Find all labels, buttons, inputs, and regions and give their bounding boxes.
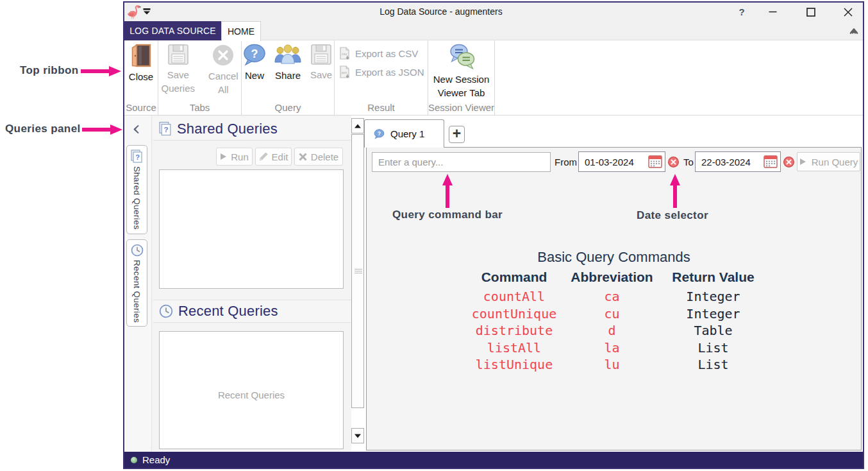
- recent-queries-title: Recent Queries: [178, 303, 278, 320]
- delete-button[interactable]: Delete: [294, 148, 343, 166]
- save-queries-button[interactable]: Save Queries: [158, 44, 197, 96]
- run-query-play-icon: [799, 158, 806, 166]
- annotation-arrow-command-bar: [442, 174, 453, 208]
- edit-button[interactable]: Edit: [255, 148, 292, 166]
- run-button[interactable]: Run: [216, 148, 253, 166]
- shared-queries-list[interactable]: [159, 169, 344, 289]
- column-header: Command: [463, 270, 565, 288]
- button-label: Run: [231, 151, 249, 162]
- table-cell: cu: [565, 305, 658, 323]
- queries-panel: ? Shared Queries Run: [151, 116, 351, 451]
- close-source-button[interactable]: Close: [126, 44, 156, 83]
- table-cell: listUnique: [463, 356, 565, 373]
- edit-pencil-icon: [259, 152, 268, 161]
- query-tab-balloon-icon: ?: [374, 129, 385, 139]
- save-query-button[interactable]: Save: [308, 44, 334, 82]
- svg-text:?: ?: [135, 153, 140, 161]
- new-query-balloon-icon: ?: [243, 44, 266, 66]
- shared-queries-header: ? Shared Queries: [153, 117, 351, 141]
- svg-text:json: json: [341, 71, 347, 74]
- calendar-icon[interactable]: [764, 155, 778, 168]
- share-query-button[interactable]: Share: [272, 44, 303, 82]
- main-area: ? Shared Queries Recent Queries ?: [124, 116, 863, 452]
- table-cell: List: [658, 356, 768, 373]
- recent-queries-list[interactable]: Recent Queries: [159, 331, 344, 449]
- button-label: New Session Viewer Tab: [430, 73, 494, 99]
- collapse-panel-icon[interactable]: [132, 124, 140, 134]
- button-label: Edit: [272, 151, 288, 162]
- clear-from-date-icon[interactable]: [668, 157, 679, 167]
- maximize-button[interactable]: [801, 3, 821, 21]
- to-date-picker[interactable]: 22-03-2024: [695, 151, 781, 172]
- collapse-ribbon-icon[interactable]: [849, 27, 858, 35]
- table-cell: Integer: [658, 288, 768, 305]
- table-cell: countAll: [463, 288, 565, 305]
- door-icon: [131, 44, 152, 67]
- to-date-value: 22-03-2024: [696, 157, 761, 167]
- minimize-icon: [769, 8, 777, 16]
- scroll-up-button[interactable]: [351, 118, 364, 133]
- new-session-viewer-tab-button[interactable]: New Session Viewer Tab: [430, 44, 494, 99]
- scroll-up-icon: [355, 124, 361, 128]
- shared-queries-pages-icon: ?: [131, 150, 143, 163]
- annotation-top-ribbon: Top ribbon: [20, 64, 79, 77]
- floppy-disk-icon: [310, 44, 332, 65]
- table-cell: Integer: [658, 305, 768, 323]
- sidebar-tab-label: Shared Queries: [132, 166, 142, 230]
- button-label: Save: [310, 68, 332, 81]
- button-label: Delete: [311, 151, 338, 162]
- add-query-tab-button[interactable]: +: [449, 126, 465, 143]
- cancel-circle-icon: [212, 44, 235, 67]
- new-query-button[interactable]: ? New: [242, 44, 267, 82]
- table-cell: distribute: [463, 322, 565, 339]
- recent-queries-clock-icon: [131, 244, 144, 257]
- app-window: Log Data Source - augmenters ? LOG DATA …: [123, 1, 864, 469]
- svg-text:csv: csv: [342, 52, 347, 56]
- button-label: Run Query: [812, 157, 858, 167]
- help-button[interactable]: ?: [732, 3, 751, 21]
- title-bar: Log Data Source - augmenters ?: [124, 3, 863, 21]
- window-close-button[interactable]: [839, 3, 858, 21]
- window-title: Log Data Source - augmenters: [124, 3, 758, 21]
- minimize-button[interactable]: [763, 3, 782, 21]
- scrollbar-thumb[interactable]: [351, 134, 364, 408]
- query-input[interactable]: [372, 152, 551, 172]
- clear-to-date-icon[interactable]: [783, 157, 794, 167]
- ribbon-group-source: Close Source: [124, 40, 158, 115]
- export-csv-button[interactable]: csv Export as CSV: [340, 47, 428, 60]
- query-tab[interactable]: ? Query 1: [364, 119, 444, 148]
- to-label: To: [683, 148, 694, 176]
- from-label: From: [555, 148, 577, 176]
- calendar-icon[interactable]: [648, 155, 662, 168]
- button-label: Cancel All: [205, 69, 241, 96]
- status-text: Ready: [142, 454, 170, 465]
- annotation-arrow-date-selector: [669, 174, 681, 208]
- table-cell: List: [658, 339, 768, 357]
- shared-queries-toolbar: Run Edit Delete: [152, 148, 343, 166]
- sidebar-tab-label: Recent Queries: [132, 260, 142, 323]
- group-label-result: Result: [335, 102, 428, 113]
- button-label: Share: [275, 69, 301, 82]
- share-people-icon: [274, 44, 301, 66]
- sidebar-tab-recent-queries[interactable]: Recent Queries: [126, 239, 147, 327]
- button-label: Close: [129, 70, 153, 83]
- ribbon-group-query: ? New Share: [242, 40, 335, 115]
- maximize-icon: [806, 8, 815, 17]
- tab-home[interactable]: HOME: [221, 21, 261, 41]
- ribbon-group-tabs: Save Queries Cancel All Tabs: [158, 40, 242, 115]
- group-label-query: Query: [242, 102, 334, 113]
- sidebar-tab-shared-queries[interactable]: ? Shared Queries: [126, 145, 147, 234]
- table-cell: lu: [565, 356, 658, 373]
- button-label: New: [245, 69, 264, 82]
- from-date-picker[interactable]: 01-03-2024: [578, 151, 665, 172]
- page: Top ribbon Queries panel Query command b…: [0, 0, 868, 471]
- shared-queries-title: Shared Queries: [177, 121, 278, 137]
- run-query-button[interactable]: Run Query: [797, 152, 860, 171]
- scroll-down-button[interactable]: [351, 428, 364, 443]
- export-json-button[interactable]: json Export as JSON: [340, 65, 428, 78]
- scrollbar-grip: [355, 269, 362, 275]
- commands-table-title: Basic Query Commands: [367, 249, 861, 266]
- tab-log-data-source[interactable]: LOG DATA SOURCE: [124, 21, 221, 40]
- from-date-value: 01-03-2024: [579, 157, 646, 167]
- cancel-all-button[interactable]: Cancel All: [205, 44, 241, 96]
